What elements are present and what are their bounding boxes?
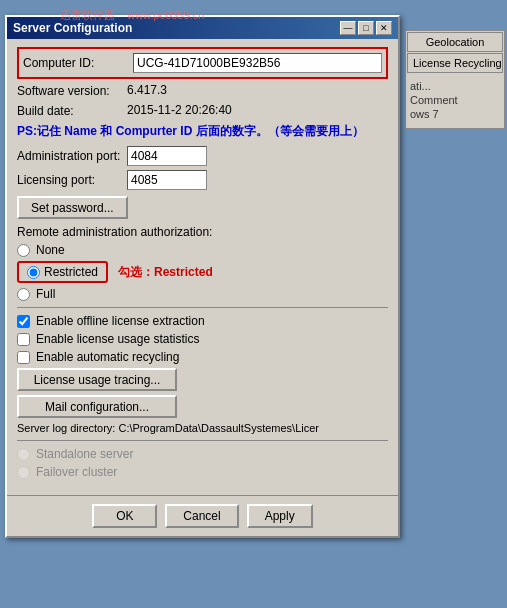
radio-failover-label: Failover cluster <box>36 465 117 479</box>
cancel-button[interactable]: Cancel <box>165 504 238 528</box>
radio-restricted[interactable] <box>27 266 40 279</box>
dialog-footer: OK Cancel Apply <box>7 495 398 536</box>
ok-button[interactable]: OK <box>92 504 157 528</box>
checkbox1-label: Enable offline license extraction <box>36 314 205 328</box>
divider1 <box>17 307 388 308</box>
checkbox-offline[interactable] <box>17 315 30 328</box>
note-text: PS:记住 Name 和 Compurter ID 后面的数字。（等会需要用上） <box>17 123 388 140</box>
minimize-button[interactable]: — <box>340 21 356 35</box>
checkbox-usage-stats[interactable] <box>17 333 30 346</box>
license-tracing-button[interactable]: License usage tracing... <box>17 368 177 391</box>
admin-port-input[interactable] <box>127 146 207 166</box>
server-config-dialog: Server Configuration — □ ✕ Computer ID: … <box>5 15 400 538</box>
dialog-titlebar: Server Configuration — □ ✕ <box>7 17 398 39</box>
restricted-badge: Restricted <box>17 261 108 283</box>
license-tracing-row: License usage tracing... <box>17 368 388 391</box>
radio-standalone-label: Standalone server <box>36 447 133 461</box>
build-date-row: Build date: 2015-11-2 20:26:40 <box>17 103 388 119</box>
right-panel: Geolocation License Recycling ati... Com… <box>405 30 505 129</box>
build-date-value: 2015-11-2 20:26:40 <box>127 103 232 117</box>
maximize-button[interactable]: □ <box>358 21 374 35</box>
radio-full-label: Full <box>36 287 55 301</box>
close-button[interactable]: ✕ <box>376 21 392 35</box>
software-version-value: 6.417.3 <box>127 83 167 97</box>
licensing-port-label: Licensing port: <box>17 173 127 187</box>
licensing-port-input[interactable] <box>127 170 207 190</box>
radio-full-row: Full <box>17 287 388 301</box>
computer-id-label: Computer ID: <box>23 56 133 70</box>
radio-restricted-label: Restricted <box>44 265 98 279</box>
right-panel-col1: ati... <box>410 80 500 92</box>
radio-none-row: None <box>17 243 388 257</box>
right-panel-row1: ows 7 <box>410 108 500 120</box>
software-version-label: Software version: <box>17 84 127 98</box>
geolocation-tab[interactable]: Geolocation <box>407 32 503 52</box>
divider2 <box>17 440 388 441</box>
remote-admin-label: Remote administration authorization: <box>17 225 388 239</box>
computer-id-input[interactable] <box>133 53 382 73</box>
admin-port-row: Administration port: <box>17 146 388 166</box>
checkbox3-label: Enable automatic recycling <box>36 350 179 364</box>
radio-standalone-row: Standalone server <box>17 447 388 461</box>
titlebar-buttons: — □ ✕ <box>340 21 392 35</box>
license-recycling-tab[interactable]: License Recycling <box>407 53 503 73</box>
computer-id-row: Computer ID: <box>17 47 388 79</box>
server-log-text: Server log directory: C:\ProgramData\Das… <box>17 422 388 434</box>
dialog-content: Computer ID: Software version: 6.417.3 B… <box>7 39 398 491</box>
software-version-row: Software version: 6.417.3 <box>17 83 388 99</box>
licensing-port-row: Licensing port: <box>17 170 388 190</box>
set-password-row: Set password... <box>17 196 388 219</box>
restricted-note: 勾选：Restricted <box>118 264 213 281</box>
radio-restricted-row: Restricted 勾选：Restricted <box>17 261 388 283</box>
checkbox-auto-recycle[interactable] <box>17 351 30 364</box>
radio-none-label: None <box>36 243 65 257</box>
checkbox3-row: Enable automatic recycling <box>17 350 388 364</box>
apply-button[interactable]: Apply <box>247 504 313 528</box>
checkbox2-label: Enable license usage statistics <box>36 332 199 346</box>
radio-failover[interactable] <box>17 466 30 479</box>
radio-full[interactable] <box>17 288 30 301</box>
build-date-label: Build date: <box>17 104 127 118</box>
right-panel-col2: Comment <box>410 94 500 106</box>
mail-config-row: Mail configuration... <box>17 395 388 418</box>
radio-none[interactable] <box>17 244 30 257</box>
radio-standalone[interactable] <box>17 448 30 461</box>
checkbox2-row: Enable license usage statistics <box>17 332 388 346</box>
checkbox1-row: Enable offline license extraction <box>17 314 388 328</box>
set-password-button[interactable]: Set password... <box>17 196 128 219</box>
mail-config-button[interactable]: Mail configuration... <box>17 395 177 418</box>
radio-failover-row: Failover cluster <box>17 465 388 479</box>
dialog-title: Server Configuration <box>13 21 132 35</box>
admin-port-label: Administration port: <box>17 149 127 163</box>
